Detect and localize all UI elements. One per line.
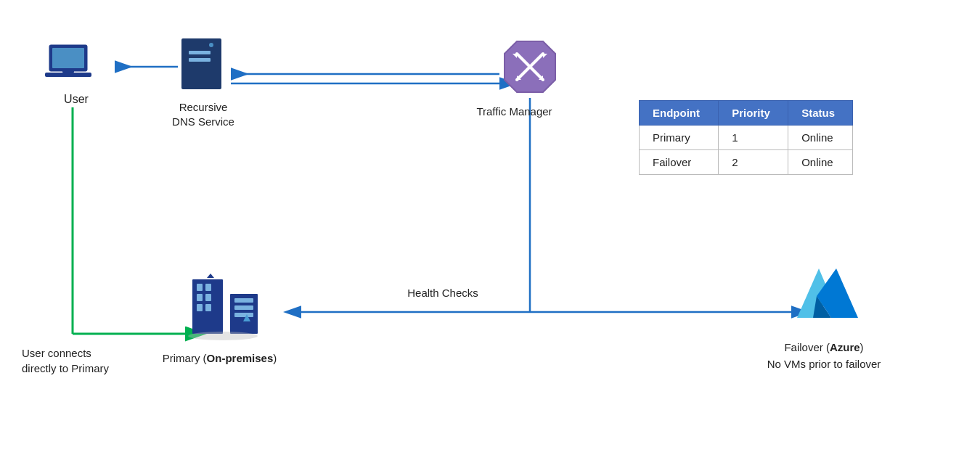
primary-label: Primary (On-premises) [149,352,290,364]
table-row: Failover 2 Online [640,150,853,175]
table-row: Primary 1 Online [640,126,853,150]
svg-rect-19 [189,51,211,54]
dns-server-icon [178,35,229,93]
col-endpoint: Endpoint [640,101,719,126]
status-cell: Online [788,126,853,150]
diagram: User Recursive DNS Service [0,0,980,476]
status-cell: Online [788,150,853,175]
svg-rect-34 [197,304,203,311]
endpoint-table: Endpoint Priority Status Primary 1 Onlin… [639,100,853,175]
svg-rect-16 [45,73,91,77]
onprem-icon [185,272,294,345]
svg-rect-20 [189,58,211,62]
arrows-svg [0,0,980,476]
col-status: Status [788,101,853,126]
priority-cell: 2 [719,150,788,175]
svg-marker-41 [207,274,214,278]
svg-rect-30 [197,284,203,291]
traffic-manager-label: Traffic Manager [462,105,567,118]
svg-point-40 [188,332,258,340]
user-connects-label: User connects directly to Primary [22,345,149,376]
priority-cell: 1 [719,126,788,150]
svg-rect-32 [197,294,203,301]
traffic-manager-icon [501,38,559,96]
endpoint-cell: Primary [640,126,719,150]
col-priority: Priority [719,101,788,126]
svg-rect-39 [234,313,253,317]
svg-rect-37 [234,298,253,303]
failover-label: Failover (Azure) No VMs prior to failove… [733,340,915,372]
svg-rect-17 [62,70,74,73]
svg-rect-18 [181,38,221,89]
svg-rect-35 [205,304,211,311]
laptop-icon [44,44,102,87]
health-checks-label: Health Checks [370,287,515,299]
user-label: User [58,93,94,106]
svg-rect-15 [52,48,84,68]
endpoint-cell: Failover [640,150,719,175]
dns-label: Recursive DNS Service [156,100,250,128]
svg-rect-31 [205,284,211,291]
svg-rect-38 [234,305,253,310]
azure-icon [791,261,864,327]
svg-rect-33 [205,294,211,301]
svg-point-21 [209,43,213,47]
